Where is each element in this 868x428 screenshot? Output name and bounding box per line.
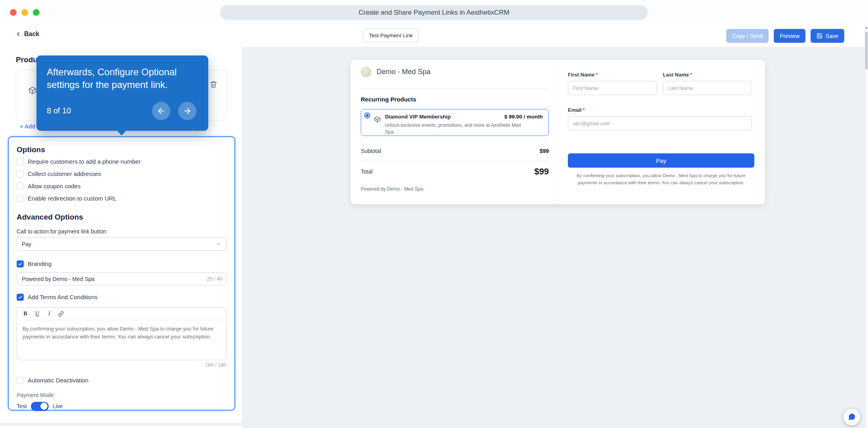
required-asterisk: *: [690, 72, 692, 78]
delete-product-button[interactable]: [209, 80, 217, 88]
italic-button[interactable]: I: [44, 309, 54, 319]
payment-link-preview: Demo - Med Spa Recurring Products Diamon…: [350, 60, 765, 204]
branding-input[interactable]: [17, 272, 227, 285]
scrollbar-thumb[interactable]: [865, 32, 868, 69]
last-name-input[interactable]: [663, 81, 752, 95]
required-asterisk: *: [583, 107, 585, 113]
merchant-name: Demo - Med Spa: [377, 68, 430, 76]
tour-step-counter: 8 of 10: [47, 106, 71, 115]
powered-by-text: Powered by Demo - Med Spa: [361, 186, 549, 192]
first-name-label: First Name*: [568, 72, 657, 78]
terms-label: Add Terms And Conditions: [28, 294, 98, 300]
pay-button[interactable]: Pay: [568, 153, 754, 168]
merchant-logo: [361, 67, 371, 77]
option-label: Enable redirection to custom URL: [28, 195, 116, 202]
checkbox-unchecked-icon: [17, 377, 24, 384]
save-icon: [817, 33, 822, 39]
cta-selected-value: Pay: [22, 241, 31, 247]
total-value: $99: [534, 166, 549, 177]
automatic-deactivation-checkbox[interactable]: Automatic Deactivation: [17, 374, 227, 386]
page-background-strip: [0, 423, 242, 426]
arrow-right-icon: [183, 107, 192, 115]
divider: [361, 160, 549, 161]
preview-button[interactable]: Preview: [774, 29, 805, 43]
option-allow-coupons[interactable]: Allow coupon codes: [17, 180, 227, 192]
payment-mode-row: Test Live: [17, 401, 227, 411]
payment-mode-label: Payment Mode: [17, 392, 227, 398]
link-button[interactable]: [56, 309, 66, 319]
checkbox-unchecked-icon: [17, 195, 24, 202]
tour-previous-button[interactable]: [152, 102, 170, 120]
chevron-down-icon: [216, 241, 221, 247]
tour-tooltip: Afterwards, Configure Optional settings …: [36, 55, 208, 131]
chat-bubble-icon: [847, 413, 856, 421]
product-price: $ 99.00 / month: [504, 114, 543, 120]
automatic-deactivation-label: Automatic Deactivation: [28, 377, 88, 384]
app-header: Back Test Payment Link Copy / Send Previ…: [0, 25, 864, 47]
option-redirect-url[interactable]: Enable redirection to custom URL: [17, 192, 227, 204]
window-title: Create and Share Payment Links in Aesthe…: [220, 5, 648, 20]
checkbox-unchecked-icon: [17, 170, 24, 178]
email-label: Email*: [568, 107, 752, 113]
first-name-input[interactable]: [568, 81, 657, 95]
product-description: Unlock exclusive events, promotions, and…: [385, 122, 523, 136]
option-label: Collect customer addresses: [28, 170, 101, 177]
radio-selected-icon[interactable]: [364, 113, 370, 118]
save-button[interactable]: Save: [811, 29, 844, 43]
cta-label: Call to action for payment link button: [17, 228, 227, 235]
tour-tooltip-text: Afterwards, Configure Optional settings …: [47, 66, 189, 92]
option-collect-addresses[interactable]: Collect customer addresses: [17, 168, 227, 180]
save-label: Save: [826, 33, 838, 39]
required-asterisk: *: [596, 72, 598, 78]
checkbox-unchecked-icon: [17, 183, 24, 190]
window-controls: [10, 9, 40, 16]
header-actions: Copy / Send Preview Save: [726, 29, 844, 43]
scroll-up-arrow[interactable]: [865, 26, 868, 30]
order-summary-panel: Demo - Med Spa Recurring Products Diamon…: [350, 60, 558, 204]
terms-char-counter: 164 / 180: [17, 362, 227, 368]
zoom-window-button[interactable]: [33, 9, 40, 16]
subtotal-value: $99: [540, 148, 549, 154]
package-icon: [374, 116, 381, 123]
product-option[interactable]: Diamond VIP Membership $ 99.00 / month U…: [361, 109, 549, 136]
link-icon: [58, 311, 64, 317]
editor-toolbar: B U I: [17, 308, 226, 320]
copy-send-button[interactable]: Copy / Send: [726, 29, 769, 43]
test-payment-link-button[interactable]: Test Payment Link: [363, 29, 419, 42]
total-label: Total: [361, 168, 373, 175]
live-mode-label: Live: [53, 403, 63, 409]
chat-launcher-button[interactable]: [843, 409, 860, 425]
minimize-window-button[interactable]: [21, 9, 28, 16]
underline-button[interactable]: U: [32, 309, 42, 319]
terms-checkbox[interactable]: Add Terms And Conditions: [17, 291, 227, 303]
branding-checkbox[interactable]: Branding: [17, 258, 227, 270]
options-title: Options: [17, 145, 227, 155]
window-titlebar: Create and Share Payment Links in Aesthe…: [0, 0, 868, 25]
last-name-label: Last Name*: [663, 72, 752, 78]
bold-button[interactable]: B: [20, 309, 30, 319]
tour-next-button[interactable]: [178, 102, 196, 120]
terms-editor[interactable]: B U I By confirming your subscription, y…: [17, 307, 227, 360]
options-section: Options Require customers to add a phone…: [8, 136, 235, 411]
product-name: Diamond VIP Membership: [385, 114, 451, 120]
test-mode-label: Test: [17, 403, 27, 409]
cta-select[interactable]: Pay: [17, 237, 227, 250]
back-label: Back: [24, 31, 39, 38]
payment-mode-toggle[interactable]: [31, 402, 49, 411]
chevron-left-icon: [15, 31, 21, 37]
checkbox-unchecked-icon: [17, 158, 24, 165]
arrow-left-icon: [157, 107, 166, 115]
toggle-knob: [40, 403, 48, 410]
advanced-options-title: Advanced Options: [17, 212, 227, 222]
subtotal-label: Subtotal: [361, 148, 381, 154]
terms-text[interactable]: By confirming your subscription, you all…: [17, 320, 226, 346]
email-input[interactable]: [568, 116, 752, 130]
branding-label: Branding: [28, 260, 51, 267]
close-window-button[interactable]: [10, 9, 17, 16]
option-require-phone[interactable]: Require customers to add a phone number: [17, 155, 227, 168]
branding-char-counter: 25 / 40: [207, 276, 223, 282]
divider: [361, 88, 549, 89]
vertical-scrollbar[interactable]: [864, 25, 868, 428]
option-label: Allow coupon codes: [28, 183, 80, 189]
back-button[interactable]: Back: [15, 31, 39, 38]
